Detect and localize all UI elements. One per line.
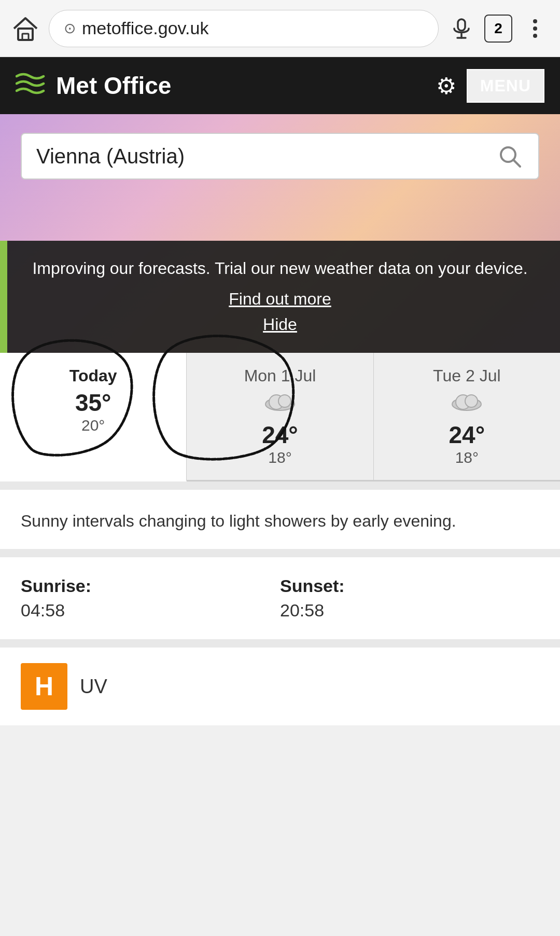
hide-link[interactable]: Hide <box>263 315 297 334</box>
uv-label: UV <box>80 676 107 698</box>
svg-point-5 <box>533 19 537 23</box>
svg-point-15 <box>465 395 478 407</box>
waves-icon <box>16 71 47 101</box>
tab-today-high: 35° <box>8 389 178 417</box>
tab-tue-low: 18° <box>382 449 552 466</box>
header-controls: ⚙ MENU <box>436 69 544 103</box>
svg-point-12 <box>278 395 291 407</box>
svg-point-6 <box>533 26 537 31</box>
sunrise-value: 04:58 <box>21 600 280 621</box>
microphone-button[interactable] <box>447 17 476 40</box>
search-icon[interactable] <box>496 142 524 170</box>
tab-mon-high: 24° <box>195 421 365 449</box>
tab-tue[interactable]: Tue 2 Jul 24° 18° <box>374 353 560 480</box>
tab-mon-low: 18° <box>195 449 365 466</box>
settings-icon[interactable]: ⚙ <box>436 73 456 99</box>
tab-mon[interactable]: Mon 1 Jul 24° 18° <box>187 353 373 480</box>
cloud-icon-mon <box>195 388 365 418</box>
tab-tue-high: 24° <box>382 421 552 449</box>
more-options-button[interactable] <box>521 17 550 40</box>
search-bar[interactable]: Vienna (Austria) <box>21 133 539 180</box>
search-wrap: Vienna (Austria) <box>21 133 539 180</box>
tab-mon-label: Mon 1 Jul <box>195 366 365 386</box>
met-office-logo[interactable]: Met Office <box>16 71 171 101</box>
hero-section: Vienna (Austria) Improving our forecasts… <box>0 114 560 353</box>
address-bar[interactable]: ⊙ metoffice.gov.uk <box>49 10 439 47</box>
search-input[interactable]: Vienna (Austria) <box>36 145 185 168</box>
uv-section: H UV <box>0 648 560 725</box>
tabs-button[interactable]: 2 <box>484 15 512 43</box>
sunset-label: Sunset: <box>280 576 539 596</box>
sun-section: Sunrise: 04:58 Sunset: 20:58 <box>0 557 560 639</box>
divider-3 <box>0 639 560 648</box>
sunset-item: Sunset: 20:58 <box>280 576 539 621</box>
green-accent-bar <box>0 241 7 353</box>
svg-rect-2 <box>458 19 465 31</box>
divider-1 <box>0 481 560 490</box>
uv-badge: H <box>21 663 67 710</box>
sunset-value: 20:58 <box>280 600 539 621</box>
svg-line-9 <box>513 160 520 167</box>
forecast-tabs: Today 35° 20° Mon 1 Jul 24° 18° Tue 2 Ju… <box>0 353 560 481</box>
find-out-more-link[interactable]: Find out more <box>229 290 331 309</box>
browser-bar: ⊙ metoffice.gov.uk 2 <box>0 0 560 57</box>
notice-text: Improving our forecasts. Trial our new w… <box>32 256 527 280</box>
divider-2 <box>0 549 560 557</box>
tab-today-label: Today <box>8 366 178 386</box>
notice-banner: Improving our forecasts. Trial our new w… <box>0 241 560 353</box>
met-office-title: Met Office <box>56 72 171 100</box>
home-button[interactable] <box>10 13 40 44</box>
menu-button[interactable]: MENU <box>467 69 544 103</box>
cloud-icon-tue <box>382 388 552 418</box>
tab-today[interactable]: Today 35° 20° <box>0 353 187 481</box>
description-section: Sunny intervals changing to light shower… <box>0 490 560 549</box>
svg-point-7 <box>533 34 537 38</box>
url-text: metoffice.gov.uk <box>82 18 424 38</box>
forecast-tabs-wrapper: Today 35° 20° Mon 1 Jul 24° 18° Tue 2 Ju… <box>0 353 560 481</box>
tab-today-low: 20° <box>8 417 178 434</box>
tracking-icon: ⊙ <box>64 20 76 37</box>
tab-tue-label: Tue 2 Jul <box>382 366 552 386</box>
sunrise-item: Sunrise: 04:58 <box>21 576 280 621</box>
description-text: Sunny intervals changing to light shower… <box>21 508 539 533</box>
site-header: Met Office ⚙ MENU <box>0 57 560 114</box>
sunrise-label: Sunrise: <box>21 576 280 596</box>
